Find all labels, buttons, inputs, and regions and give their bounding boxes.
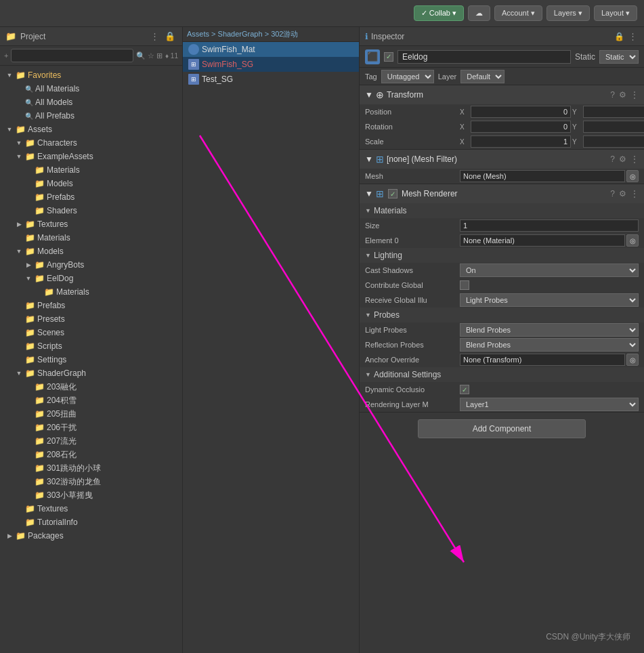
tree-arrow-icon [15, 329, 23, 337]
mesh-filter-help-btn[interactable]: ? [610, 154, 615, 164]
position-x[interactable] [471, 106, 571, 118]
layers-button[interactable]: Layers ▾ [546, 5, 590, 21]
rotation-x[interactable] [471, 121, 571, 133]
tree-item[interactable]: 📁Models [0, 177, 182, 190]
tree-item[interactable]: ▼📁Characters [0, 136, 182, 150]
object-name-field[interactable] [398, 50, 571, 64]
tree-item[interactable]: 📁Presets [0, 312, 182, 326]
tree-item[interactable]: 📁Prefabs [0, 299, 182, 312]
watermark: CSDN @Unity李大侠师 [546, 631, 630, 643]
tree-item[interactable]: 📁Textures [0, 502, 182, 515]
tree-item[interactable]: 📁Settings [0, 353, 182, 366]
rotation-y[interactable] [583, 121, 644, 133]
transform-title: Transform [387, 90, 423, 100]
position-y[interactable] [583, 106, 644, 118]
file-item[interactable]: ⊞Test_SG [183, 72, 359, 87]
mesh-filter-menu-btn[interactable]: ⋮ [630, 154, 639, 164]
light-probes-dropdown[interactable]: Blend Probes [460, 323, 639, 337]
dynamic-occlusion-checkbox[interactable]: ✓ [460, 385, 469, 394]
cloud-button[interactable]: ☁ [468, 5, 490, 21]
mesh-renderer-settings-btn[interactable]: ⚙ [619, 189, 626, 198]
mesh-renderer-header[interactable]: ▼ ⊞ ✓ Mesh Renderer ? ⚙ ⋮ [360, 184, 644, 203]
inspector-menu-button[interactable]: ⋮ [627, 30, 639, 43]
file-item[interactable]: ⊞SwimFish_SG [183, 57, 359, 72]
tree-item[interactable]: ▼📁EelDog [0, 272, 182, 285]
additional-subheader: ▼ Additional Settings [360, 367, 644, 382]
panel-menu-button[interactable]: ⋮ [149, 30, 160, 43]
tree-folder-icon: 📁 [35, 192, 45, 202]
tree-item[interactable]: 📁Prefabs [0, 190, 182, 204]
mesh-filter-section: ▼ ⊞ [none] (Mesh Filter) ? ⚙ ⋮ Mesh [360, 150, 644, 184]
tree-item[interactable]: 🔍All Materials [0, 82, 182, 96]
tree-item[interactable]: ▼📁ShaderGraph [0, 366, 182, 380]
collab-button[interactable]: ✓ Collab ▾ [414, 5, 464, 21]
tree-item[interactable]: 🔍All Models [0, 96, 182, 109]
cast-shadows-dropdown[interactable]: On [460, 264, 639, 277]
tree-label: Prefabs [37, 301, 65, 310]
anchor-override-value[interactable] [460, 354, 625, 366]
element0-value[interactable] [460, 234, 625, 247]
mesh-select-btn[interactable]: ◎ [626, 170, 639, 182]
transform-help-btn[interactable]: ? [610, 90, 615, 100]
anchor-select-btn[interactable]: ◎ [626, 354, 639, 366]
reflection-probes-dropdown[interactable]: Blend Probes [460, 338, 639, 352]
tree-item[interactable]: ▶📁AngryBots [0, 258, 182, 272]
layout-button[interactable]: Layout ▾ [594, 5, 637, 21]
tree-item[interactable]: 📁204积雪 [0, 394, 182, 407]
tree-item[interactable]: 📁Materials [0, 285, 182, 299]
tree-item[interactable]: 📁Scripts [0, 339, 182, 353]
file-item[interactable]: SwimFish_Mat [183, 42, 359, 57]
tree-label: AngryBots [47, 260, 84, 270]
tree-item[interactable]: 📁301跳动的小球 [0, 461, 182, 475]
scale-y[interactable] [583, 135, 644, 148]
active-checkbox[interactable]: ✓ [384, 52, 393, 62]
tree-item[interactable]: ▼📁Assets [0, 123, 182, 136]
mesh-renderer-enabled[interactable]: ✓ [388, 189, 398, 198]
tree-item[interactable]: 📁Shaders [0, 204, 182, 217]
element0-select-btn[interactable]: ◎ [626, 234, 639, 247]
tree-item[interactable]: 📁208石化 [0, 448, 182, 461]
tree-item[interactable]: 📁205扭曲 [0, 407, 182, 421]
sort-icon-btn[interactable]: ⊞ [156, 51, 163, 60]
size-value[interactable] [460, 219, 639, 232]
tree-item[interactable]: 📁TutorialInfo [0, 515, 182, 529]
tree-item[interactable]: ▶📁Packages [0, 529, 182, 543]
tree-item[interactable]: 📁302游动的龙鱼 [0, 475, 182, 488]
tree-label: Materials [56, 287, 89, 297]
rendering-layer-dropdown[interactable]: Layer1 [460, 398, 639, 411]
tree-item[interactable]: ▶📁Textures [0, 217, 182, 231]
receive-dropdown[interactable]: Light Probes [460, 293, 639, 307]
account-button[interactable]: Account ▾ [494, 5, 542, 21]
tree-item[interactable]: 🔍All Prefabs [0, 109, 182, 123]
tag-dropdown[interactable]: Untagged [381, 70, 434, 83]
tree-item[interactable]: 📁203融化 [0, 380, 182, 394]
mesh-renderer-menu-btn[interactable]: ⋮ [630, 189, 639, 198]
transform-settings-btn[interactable]: ⚙ [619, 90, 626, 100]
add-component-button[interactable]: Add Component [418, 419, 586, 438]
static-dropdown[interactable]: Static [599, 50, 639, 64]
scale-x[interactable] [471, 135, 571, 148]
tree-item[interactable]: 📁Scenes [0, 326, 182, 339]
tree-item[interactable]: 📁303小草摇曳 [0, 488, 182, 502]
add-button[interactable]: + [4, 51, 8, 60]
tree-item[interactable]: ▼📁Models [0, 245, 182, 258]
panel-lock-button[interactable]: 🔒 [163, 30, 177, 43]
tree-item[interactable]: 📁207流光 [0, 434, 182, 448]
contribute-checkbox[interactable] [460, 280, 469, 290]
layer-dropdown[interactable]: Default [460, 70, 505, 83]
mesh-filter-header[interactable]: ▼ ⊞ [none] (Mesh Filter) ? ⚙ ⋮ [360, 150, 644, 169]
tree-item[interactable]: 📁206干扰 [0, 421, 182, 434]
tree-item[interactable]: ▼📁ExampleAssets [0, 150, 182, 163]
tree-item[interactable]: ▼📁Favorites [0, 68, 182, 82]
transform-header[interactable]: ▼ ⊕ Transform ? ⚙ ⋮ [360, 85, 644, 104]
mesh-renderer-help-btn[interactable]: ? [610, 189, 615, 198]
mesh-filter-settings-btn[interactable]: ⚙ [619, 154, 626, 164]
project-title: Project [20, 32, 45, 41]
tree-item[interactable]: 📁Materials [0, 163, 182, 177]
search-input[interactable] [11, 49, 133, 62]
tree-item[interactable]: 📁Materials [0, 231, 182, 245]
star-icon-btn[interactable]: ☆ [148, 51, 154, 60]
mesh-value[interactable] [460, 170, 625, 182]
search-icon-btn[interactable]: 🔍 [136, 51, 146, 60]
transform-menu-btn[interactable]: ⋮ [630, 90, 639, 100]
